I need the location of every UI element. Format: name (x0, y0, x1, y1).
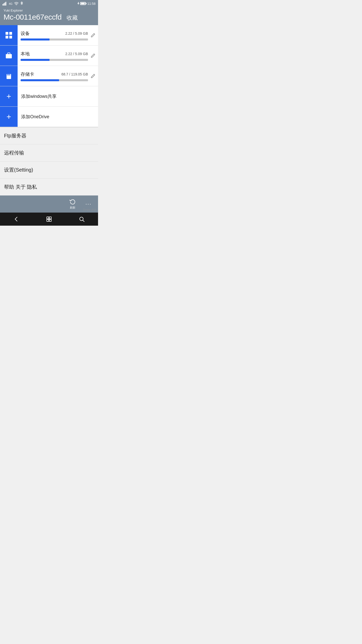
add-onedrive-label: 添加OneDrive (18, 114, 49, 120)
header-favorites[interactable]: 收藏 (67, 14, 78, 22)
menu-section: Ftp服务器 远程传输 设置(Setting) 帮助 关于 隐私 (0, 127, 98, 195)
storage-item-sdcard[interactable]: 存储卡 68.7 / 119.05 GB (0, 66, 98, 86)
refresh-icon (69, 199, 76, 205)
sdcard-storage-info: 存储卡 68.7 / 119.05 GB (18, 68, 90, 84)
svg-rect-17 (7, 77, 11, 77)
svg-rect-0 (3, 4, 3, 6)
sdcard-icon-bg (0, 66, 18, 86)
refresh-label: 刷新 (70, 206, 75, 210)
storage-item-device[interactable]: 设备 2.22 / 5.09 GB (0, 25, 98, 46)
menu-item-settings[interactable]: 设置(Setting) (0, 162, 98, 179)
home-button[interactable] (41, 214, 57, 224)
sdcard-progress (21, 79, 88, 81)
svg-rect-13 (7, 74, 8, 75)
search-icon (79, 216, 85, 222)
back-icon (13, 216, 19, 222)
svg-rect-6 (6, 32, 8, 35)
svg-rect-9 (9, 36, 12, 38)
storage-item-local[interactable]: 本地 2.22 / 5.09 GB (0, 46, 98, 66)
local-edit-button[interactable] (90, 53, 98, 58)
menu-item-remote[interactable]: 远程传输 (0, 144, 98, 162)
svg-rect-14 (8, 74, 9, 75)
svg-rect-3 (6, 2, 6, 6)
battery-icon (80, 2, 86, 5)
sdcard-progress-fill (21, 79, 59, 81)
nav-bar (0, 213, 98, 226)
svg-rect-7 (9, 32, 12, 35)
svg-rect-11 (6, 56, 12, 56)
sdcard-size: 68.7 / 119.05 GB (61, 72, 88, 76)
svg-rect-8 (6, 36, 8, 38)
briefcase-icon (4, 51, 13, 60)
local-name: 本地 (21, 51, 30, 57)
device-name: 设备 (21, 30, 30, 36)
more-menu-button[interactable]: ··· (83, 199, 94, 209)
add-onedrive-item[interactable]: + 添加OneDrive (0, 107, 98, 127)
bluetooth-icon (20, 2, 23, 6)
status-left: 4G (3, 2, 23, 6)
local-icon-bg (0, 46, 18, 66)
local-storage-info: 本地 2.22 / 5.09 GB (18, 48, 90, 63)
device-progress (21, 38, 88, 41)
charging-icon (77, 2, 80, 5)
back-button[interactable] (8, 214, 24, 224)
page-wrapper: 4G 11:58 (0, 0, 98, 226)
svg-rect-22 (49, 219, 51, 221)
svg-rect-19 (47, 217, 49, 219)
menu-item-help[interactable]: 帮助 关于 隐私 (0, 179, 98, 195)
sdcard-edit-button[interactable] (90, 73, 98, 78)
svg-rect-15 (9, 74, 9, 75)
time-display: 11:58 (87, 2, 96, 6)
local-progress (21, 59, 88, 61)
sdcard-name: 存储卡 (21, 71, 34, 77)
refresh-button[interactable]: 刷新 (66, 197, 79, 211)
app-name: Yuki Explorer (4, 9, 95, 12)
sdcard-icon (4, 71, 13, 80)
search-button[interactable] (74, 214, 90, 224)
svg-line-24 (83, 220, 84, 222)
add-windows-share-icon: + (0, 86, 18, 106)
local-progress-fill (21, 59, 50, 61)
status-right: 11:58 (77, 2, 96, 6)
device-progress-fill (21, 38, 50, 41)
local-size: 2.22 / 5.09 GB (65, 52, 88, 56)
svg-rect-21 (47, 219, 49, 221)
signal-icon (3, 2, 8, 6)
app-header: Yuki Explorer Mc-0011e67eccfd 收藏 (0, 7, 98, 25)
device-icon-bg (0, 25, 18, 45)
watermark: Dospy 涉业 (83, 208, 96, 212)
add-windows-share-item[interactable]: + 添加windows共享 (0, 86, 98, 107)
svg-rect-20 (49, 217, 51, 219)
svg-rect-16 (10, 74, 10, 75)
menu-item-ftp[interactable]: Ftp服务器 (0, 127, 98, 144)
add-onedrive-icon: + (0, 107, 18, 127)
wifi-icon (14, 2, 19, 5)
main-content: 设备 2.22 / 5.09 GB (0, 25, 98, 127)
device-storage-info: 设备 2.22 / 5.09 GB (18, 27, 90, 43)
svg-rect-2 (5, 3, 5, 6)
page-title: Mc-0011e67eccfd (4, 13, 62, 21)
svg-rect-18 (7, 77, 11, 78)
device-size: 2.22 / 5.09 GB (65, 31, 88, 35)
status-bar: 4G 11:58 (0, 0, 98, 7)
add-windows-share-label: 添加windows共享 (18, 93, 57, 99)
svg-text:4G: 4G (9, 2, 13, 5)
device-icon (4, 31, 13, 40)
device-edit-button[interactable] (90, 33, 98, 38)
svg-rect-1 (4, 3, 4, 6)
network-type-icon: 4G (9, 2, 13, 6)
windows-icon (46, 216, 52, 222)
svg-point-5 (16, 5, 17, 5)
